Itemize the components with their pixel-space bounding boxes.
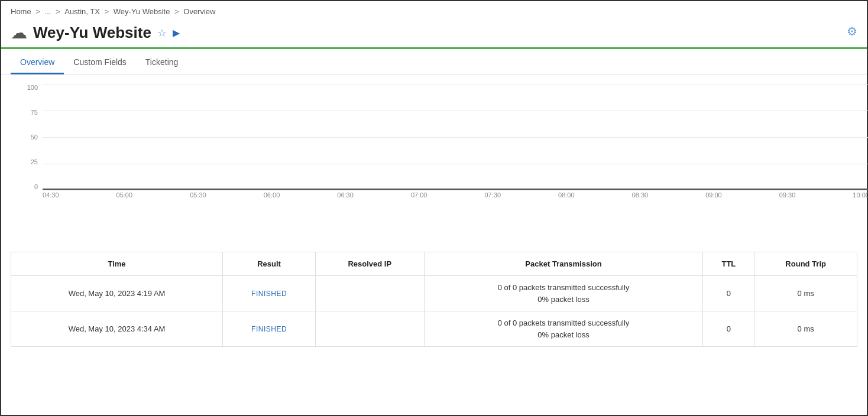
row1-round-trip: 0 ms [754,276,857,311]
chart-container: 0 25 50 75 100 [22,84,868,214]
chart-y-axis: 0 25 50 75 100 [22,84,40,190]
row2-packet-line2: 0% packet loss [537,330,589,339]
green-divider [1,47,867,49]
table-section: Time Result Resolved IP Packet Transmiss… [1,240,867,356]
col-ttl: TTL [703,252,754,276]
table-row: Wed, May 10, 2023 4:19 AM FINISHED 0 of … [11,276,857,311]
star-icon[interactable]: ☆ [157,27,167,40]
chart-plot [43,84,868,190]
y-label-25: 25 [22,158,38,165]
row1-result: FINISHED [223,276,316,311]
x-label-0800: 08:00 [558,191,575,199]
row1-packet-line1: 0 of 0 packets transmitted successfully [498,283,630,292]
col-round-trip: Round Trip [754,252,857,276]
row2-result: FINISHED [223,311,316,347]
col-result: Result [223,252,316,276]
row2-time: Wed, May 10, 2023 4:34 AM [11,311,223,347]
tab-bar: Overview Custom Fields Ticketing [1,51,867,74]
x-label-0430: 04:30 [43,191,59,199]
tab-overview[interactable]: Overview [11,51,64,74]
breadcrumb-ellipsis[interactable]: ... [45,7,51,16]
x-label-0500: 05:00 [116,191,133,199]
chart-area: 0 25 50 75 100 [1,74,867,240]
chart-svg [43,84,868,190]
row2-packet-line1: 0 of 0 packets transmitted successfully [498,318,630,327]
y-label-75: 75 [22,109,38,116]
breadcrumb-current: Overview [183,7,215,16]
row1-resolved-ip [316,276,425,311]
row1-packet-line2: 0% packet loss [537,295,589,304]
header-left: ☁ Wey-Yu Website ☆ ▶ [11,23,857,43]
page-header: ☁ Wey-Yu Website ☆ ▶ ⚙ [1,20,867,43]
x-label-0830: 08:30 [632,191,649,199]
play-icon[interactable]: ▶ [173,27,180,38]
table-header-row: Time Result Resolved IP Packet Transmiss… [11,252,857,276]
row2-resolved-ip [316,311,425,347]
y-label-0: 0 [22,183,38,190]
x-label-0700: 07:00 [411,191,427,199]
breadcrumb-sep-4: > [174,7,181,16]
col-time: Time [11,252,223,276]
row1-packet: 0 of 0 packets transmitted successfully … [424,276,703,311]
col-resolved-ip: Resolved IP [316,252,425,276]
row2-ttl: 0 [703,311,754,347]
tab-ticketing[interactable]: Ticketing [136,51,188,74]
x-label-0600: 06:00 [264,191,280,199]
results-table: Time Result Resolved IP Packet Transmiss… [11,252,857,347]
y-label-100: 100 [22,84,38,91]
table-row: Wed, May 10, 2023 4:34 AM FINISHED 0 of … [11,311,857,347]
cloud-icon: ☁ [11,23,27,43]
breadcrumb: Home > ... > Austin, TX > Wey-Yu Website… [1,1,867,20]
table-body: Wed, May 10, 2023 4:19 AM FINISHED 0 of … [11,276,857,347]
breadcrumb-sep-2: > [56,7,62,16]
x-label-0900: 09:00 [705,191,722,199]
gear-icon[interactable]: ⚙ [847,24,857,38]
tab-custom-fields[interactable]: Custom Fields [64,51,135,74]
x-label-0930: 09:30 [779,191,796,199]
row1-time: Wed, May 10, 2023 4:19 AM [11,276,223,311]
breadcrumb-sep-3: > [105,7,111,16]
page-title: Wey-Yu Website [33,24,151,42]
x-label-1000: 10:00 [853,191,868,199]
breadcrumb-home[interactable]: Home [11,7,31,16]
row2-status-badge: FINISHED [251,325,287,333]
breadcrumb-sep-1: > [35,7,42,16]
breadcrumb-website[interactable]: Wey-Yu Website [114,7,170,16]
row2-round-trip: 0 ms [754,311,857,347]
row2-packet-info: 0 of 0 packets transmitted successfully … [430,317,697,340]
row1-status-badge: FINISHED [251,290,287,298]
x-label-0530: 05:30 [190,191,206,199]
x-label-0730: 07:30 [484,191,501,199]
row1-ttl: 0 [703,276,754,311]
table-header: Time Result Resolved IP Packet Transmiss… [11,252,857,276]
y-label-50: 50 [22,134,38,141]
row1-packet-info: 0 of 0 packets transmitted successfully … [430,282,697,305]
x-label-0630: 06:30 [337,191,354,199]
col-packet-transmission: Packet Transmission [424,252,703,276]
row2-packet: 0 of 0 packets transmitted successfully … [424,311,703,347]
breadcrumb-austin[interactable]: Austin, TX [64,7,100,16]
chart-x-axis: 04:30 05:00 05:30 06:00 06:30 07:00 07:3… [43,191,868,199]
